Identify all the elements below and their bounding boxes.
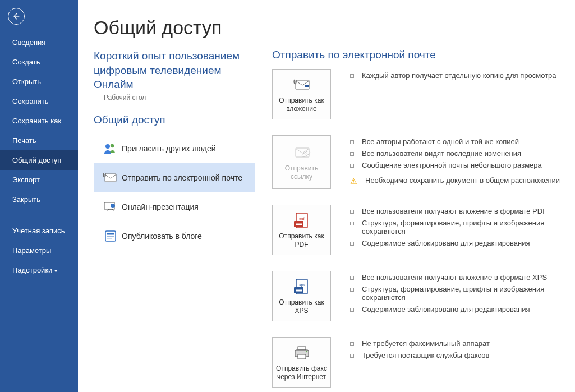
email-section-heading: Отправить по электронной почте bbox=[272, 49, 575, 61]
detail-text: Сообщение электронной почты небольшого р… bbox=[362, 161, 542, 169]
send-link-button: Отправить ссылку bbox=[272, 135, 331, 189]
send-row-xps: xps Отправить как XPS Все пользователи п… bbox=[272, 271, 575, 321]
svg-text:pdf: pdf bbox=[299, 216, 305, 221]
send-pdf-button[interactable]: pdf Отправить как PDF bbox=[272, 205, 331, 255]
backstage-sidebar: Сведения Создать Открыть Сохранить Сохра… bbox=[0, 0, 78, 392]
svg-rect-22 bbox=[296, 289, 302, 290]
detail-item: Требуется поставщик службы факсов bbox=[350, 351, 575, 359]
detail-item: Содержимое заблокировано для редактирова… bbox=[350, 239, 575, 247]
main-panel: Общий доступ Короткий опыт пользованием … bbox=[78, 0, 575, 392]
svg-rect-23 bbox=[296, 290, 302, 292]
bullet-icon bbox=[350, 308, 354, 312]
sidebar-item-share[interactable]: Общий доступ bbox=[0, 150, 78, 170]
send-button-label: Отправить факс через Интернет bbox=[276, 365, 327, 381]
share-option-label: Отправить по электронной почте bbox=[122, 173, 248, 182]
svg-point-4 bbox=[111, 204, 115, 208]
envelope-attachment-icon bbox=[99, 172, 122, 183]
svg-rect-2 bbox=[105, 174, 116, 182]
detail-item: Не требуется факсимильный аппарат bbox=[350, 339, 575, 348]
sidebar-item-close[interactable]: Закрыть bbox=[0, 190, 78, 209]
detail-text: Все пользователи видят последние изменен… bbox=[362, 149, 521, 158]
sidebar-item-print[interactable]: Печать bbox=[0, 131, 78, 150]
detail-text: Требуется поставщик службы факсов bbox=[362, 351, 489, 359]
projector-icon bbox=[99, 201, 122, 213]
svg-rect-11 bbox=[296, 148, 309, 157]
bullet-icon bbox=[350, 276, 354, 280]
sidebar-label: Сведения bbox=[12, 38, 45, 47]
send-fax-button[interactable]: Отправить факс через Интернет bbox=[272, 337, 331, 388]
detail-text: Все авторы работают с одной и той же коп… bbox=[362, 137, 519, 146]
share-option-email[interactable]: Отправить по электронной почте bbox=[94, 163, 255, 192]
warning-icon: ⚠ bbox=[350, 177, 357, 186]
share-option-invite[interactable]: Пригласить других людей bbox=[94, 134, 255, 163]
xps-file-icon: xps bbox=[294, 277, 310, 296]
bullet-icon bbox=[350, 242, 354, 246]
blog-icon bbox=[99, 229, 122, 243]
send-button-label: Отправить ссылку bbox=[276, 164, 327, 181]
page-title: Общий доступ bbox=[94, 17, 575, 39]
sidebar-label: Печать bbox=[12, 136, 36, 145]
sidebar-label: Сохранить как bbox=[12, 117, 61, 125]
bullet-icon bbox=[350, 152, 354, 156]
right-column: Отправить по электронной почте Отправить… bbox=[255, 49, 575, 392]
detail-warning: ⚠Необходимо сохранить документ в общем р… bbox=[350, 176, 575, 186]
send-row-pdf: pdf Отправить как PDF Все пользователи п… bbox=[272, 205, 575, 255]
sidebar-item-addins[interactable]: Надстройки bbox=[0, 260, 78, 280]
sidebar-separator bbox=[9, 215, 69, 215]
sidebar-label: Параметры bbox=[12, 246, 51, 255]
share-option-label: Онлайн-презентация bbox=[122, 202, 204, 211]
sidebar-item-account[interactable]: Учетная запись bbox=[0, 221, 78, 241]
detail-item: Все пользователи получают вложение в фор… bbox=[350, 207, 575, 215]
sidebar-label: Учетная запись bbox=[12, 227, 65, 235]
svg-rect-7 bbox=[107, 236, 114, 237]
sidebar-label: Открыть bbox=[12, 77, 41, 86]
detail-text: Содержимое заблокировано для редактирова… bbox=[362, 239, 530, 247]
send-row-link: Отправить ссылку Все авторы работают с о… bbox=[272, 135, 575, 189]
share-option-present[interactable]: Онлайн-презентация bbox=[94, 192, 255, 222]
svg-point-1 bbox=[111, 144, 114, 147]
people-icon bbox=[99, 142, 122, 155]
sidebar-item-options[interactable]: Параметры bbox=[0, 241, 78, 260]
detail-text: Все пользователи получают вложение в фор… bbox=[362, 273, 547, 282]
bullet-icon bbox=[350, 140, 354, 144]
sidebar-label: Создать bbox=[12, 58, 40, 66]
detail-list: Каждый автор получает отдельную копию дл… bbox=[331, 69, 575, 119]
send-attachment-button[interactable]: Отправить как вложение bbox=[272, 69, 331, 119]
back-button[interactable] bbox=[8, 8, 25, 25]
svg-rect-21 bbox=[294, 287, 303, 293]
detail-item: Структура, форматирование, шрифты и изоб… bbox=[350, 285, 575, 302]
sidebar-item-open[interactable]: Открыть bbox=[0, 72, 78, 91]
svg-rect-18 bbox=[296, 224, 302, 225]
share-option-blog[interactable]: Опубликовать в блоге bbox=[94, 222, 255, 251]
send-xps-button[interactable]: xps Отправить как XPS bbox=[272, 271, 331, 321]
sidebar-item-info[interactable]: Сведения bbox=[0, 33, 78, 52]
sidebar-label: Общий доступ bbox=[12, 156, 61, 164]
detail-item: Содержимое заблокировано для редактирова… bbox=[350, 305, 575, 313]
sidebar-item-saveas[interactable]: Сохранить как bbox=[0, 111, 78, 131]
left-column: Короткий опыт пользованием цифровым теле… bbox=[94, 49, 255, 392]
svg-rect-24 bbox=[298, 347, 306, 350]
detail-item: Все пользователи видят последние изменен… bbox=[350, 149, 575, 158]
printer-icon bbox=[293, 343, 310, 362]
pdf-file-icon: pdf bbox=[294, 211, 310, 230]
bullet-icon bbox=[350, 354, 354, 358]
detail-item: Каждый автор получает отдельную копию дл… bbox=[350, 71, 575, 80]
detail-text: Все пользователи получают вложение в фор… bbox=[362, 207, 547, 215]
bullet-icon bbox=[350, 342, 354, 346]
sidebar-label: Закрыть bbox=[12, 195, 40, 204]
bullet-icon bbox=[350, 288, 354, 292]
detail-item: Структура, форматирование, шрифты и изоб… bbox=[350, 219, 575, 236]
svg-rect-26 bbox=[298, 354, 306, 359]
envelope-link-icon bbox=[292, 143, 311, 162]
bullet-icon bbox=[350, 222, 354, 225]
bullet-icon bbox=[350, 74, 354, 78]
arrow-left-icon bbox=[12, 12, 21, 21]
detail-text: Содержимое заблокировано для редактирова… bbox=[362, 305, 530, 313]
send-button-label: Отправить как XPS bbox=[276, 298, 327, 315]
detail-text: Структура, форматирование, шрифты и изоб… bbox=[362, 219, 575, 236]
sidebar-item-export[interactable]: Экспорт bbox=[0, 170, 78, 190]
svg-rect-16 bbox=[294, 221, 303, 227]
sidebar-item-save[interactable]: Сохранить bbox=[0, 91, 78, 111]
sidebar-item-new[interactable]: Создать bbox=[0, 52, 78, 72]
detail-item: Сообщение электронной почты небольшого р… bbox=[350, 161, 575, 169]
